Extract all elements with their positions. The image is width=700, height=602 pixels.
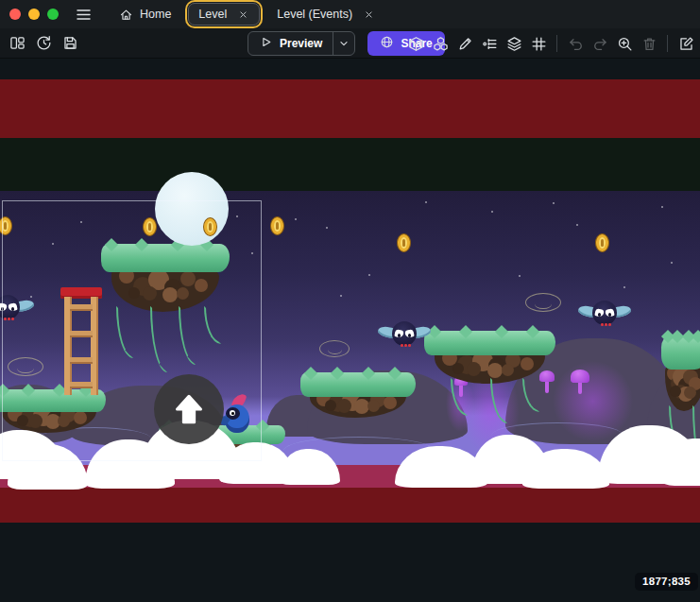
jump-button[interactable]	[154, 374, 224, 444]
rock	[684, 387, 696, 399]
save-icon[interactable]	[59, 32, 81, 55]
coin[interactable]	[270, 216, 284, 235]
ufo-cloud-decal	[319, 340, 350, 357]
rock	[384, 396, 397, 409]
toolbar-divider	[667, 35, 668, 52]
preview-button-label: Preview	[280, 37, 322, 50]
star	[340, 295, 342, 297]
edit-note-icon[interactable]	[674, 32, 697, 55]
redo-icon	[589, 32, 611, 55]
bat-part	[398, 334, 401, 337]
preview-button[interactable]: Preview	[248, 31, 355, 56]
play-icon	[259, 35, 273, 52]
level-background-red-band-top	[0, 79, 700, 138]
mushroom[interactable]	[571, 370, 589, 383]
bat-enemy[interactable]	[578, 299, 631, 331]
close-icon[interactable]	[363, 9, 375, 21]
tab-level-events-[interactable]: Level (Events)	[267, 4, 384, 25]
coin-slot	[276, 222, 279, 230]
star	[576, 224, 578, 226]
platform[interactable]	[424, 331, 555, 410]
tab-label: Level (Events)	[277, 8, 352, 21]
cube-icon[interactable]	[404, 32, 427, 55]
bat-part	[408, 334, 411, 337]
coordinates-badge: 1877;835	[635, 573, 698, 591]
bat-mouth	[408, 344, 411, 347]
zoom-button[interactable]	[47, 9, 59, 20]
level-background-red-band-bottom	[0, 488, 700, 523]
tab-level[interactable]: Level	[188, 3, 260, 26]
purple-glow	[553, 361, 633, 441]
close-icon[interactable]	[237, 9, 249, 21]
bat-part	[598, 313, 601, 317]
home-icon	[119, 8, 133, 22]
bat-part	[608, 313, 611, 317]
undo-icon	[564, 32, 587, 55]
platform[interactable]	[300, 372, 416, 444]
rock	[487, 363, 503, 378]
level-background-dark-band	[0, 138, 700, 191]
rock	[367, 400, 380, 412]
rock	[502, 364, 514, 376]
bat-mouth	[601, 323, 604, 326]
grid-icon[interactable]	[527, 32, 550, 55]
coin[interactable]	[595, 233, 609, 252]
bat-enemy[interactable]	[378, 319, 431, 352]
star	[368, 274, 370, 276]
bat-mouth	[404, 344, 407, 347]
star	[623, 286, 625, 288]
minimize-button[interactable]	[28, 9, 40, 20]
close-button[interactable]	[9, 9, 21, 20]
rock	[467, 362, 481, 376]
history-icon[interactable]	[32, 32, 55, 55]
cubes-icon[interactable]	[429, 32, 452, 55]
platform[interactable]	[661, 335, 700, 438]
globe-icon	[380, 35, 394, 52]
scene-editor-canvas[interactable]: 1877;835	[0, 59, 700, 602]
star	[519, 275, 521, 277]
camera-border	[2, 200, 262, 461]
star	[553, 202, 555, 204]
tab-home[interactable]: Home	[110, 4, 180, 26]
coin-slot	[402, 239, 405, 247]
panels-icon[interactable]	[6, 32, 28, 55]
layers-icon[interactable]	[503, 32, 525, 55]
pencil-icon[interactable]	[453, 32, 476, 55]
star	[425, 201, 427, 203]
bat-mouth	[605, 323, 607, 326]
star	[671, 262, 673, 264]
bat-mouth	[401, 344, 403, 347]
star	[326, 227, 328, 229]
instance-list-icon[interactable]	[478, 32, 501, 55]
star	[295, 218, 297, 220]
toolbar-divider	[556, 35, 557, 52]
preview-options-dropdown[interactable]	[333, 32, 354, 55]
trash-icon	[638, 32, 660, 55]
rock	[337, 399, 351, 413]
coin-slot	[601, 239, 604, 247]
bat-mouth	[608, 323, 611, 326]
tab-label: Level	[198, 8, 227, 21]
traffic-lights	[9, 9, 59, 20]
hamburger-menu-icon[interactable]	[72, 3, 94, 26]
main-toolbar: Preview Share	[0, 28, 700, 59]
rock	[452, 363, 464, 374]
tab-label: Home	[140, 8, 171, 21]
up-arrow-icon	[178, 396, 201, 421]
star	[491, 211, 493, 213]
window-titlebar: HomeLevelLevel (Events)	[0, 0, 700, 28]
vine	[522, 378, 539, 412]
tab-bar: HomeLevelLevel (Events)	[110, 0, 384, 28]
mushroom-stem	[578, 381, 582, 394]
rock	[521, 357, 534, 370]
zoom-in-icon[interactable]	[613, 32, 636, 55]
coin[interactable]	[397, 233, 411, 252]
star	[661, 206, 663, 208]
ufo-cloud-decal	[525, 293, 561, 312]
